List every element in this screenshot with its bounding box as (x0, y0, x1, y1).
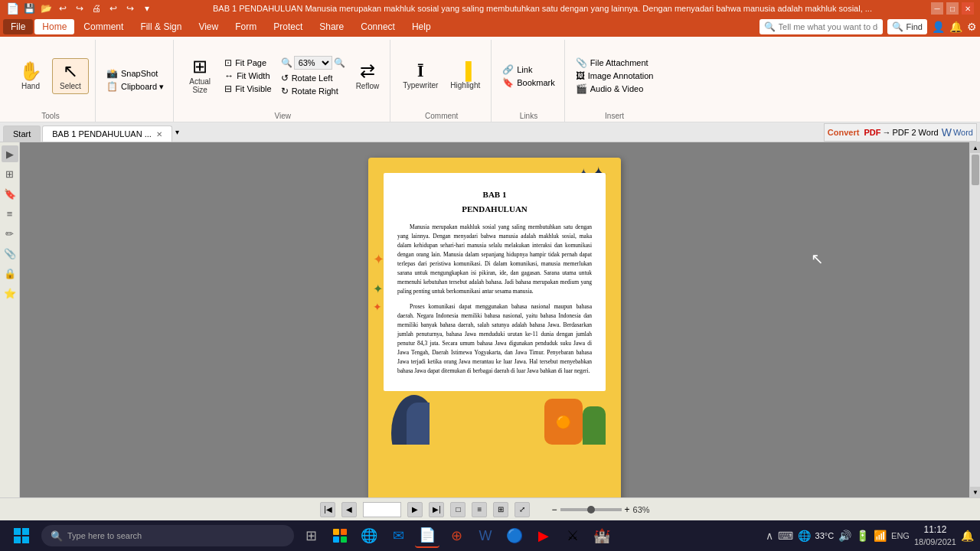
menu-fill-sign[interactable]: Fill & Sign (132, 19, 189, 34)
menu-form[interactable]: Form (227, 19, 264, 34)
find-box[interactable]: 🔍 Find (887, 19, 927, 34)
network-icon[interactable]: 🌐 (798, 530, 811, 542)
reflow-button[interactable]: ⇄ Reflow (351, 59, 384, 93)
fullscreen-button[interactable]: ⤢ (514, 502, 530, 517)
attach-panel-button[interactable]: 📎 (2, 245, 18, 262)
rotate-right-button[interactable]: ↻ Rotate Right (278, 85, 348, 97)
zoom-dropdown[interactable]: 63% 50% 75% 100% 125% 150% (294, 56, 332, 70)
tab-close-button[interactable]: ✕ (156, 130, 162, 139)
fit-page-button[interactable]: ⊡ Fit Page (221, 57, 274, 69)
fit-width-button[interactable]: ↔ Fit Width (221, 70, 274, 82)
notification-bell-icon[interactable]: 🔔 (961, 530, 974, 542)
menu-view[interactable]: View (191, 19, 226, 34)
first-page-button[interactable]: |◀ (320, 502, 335, 517)
close-button[interactable]: ✕ (962, 2, 974, 15)
stamp-button[interactable]: ⭐ (2, 285, 18, 302)
qa-save[interactable]: 💾 (22, 2, 36, 15)
snapshot-button[interactable]: 📸 SnapShot (103, 67, 167, 80)
wifi-icon[interactable]: 📶 (874, 530, 887, 542)
menu-protect[interactable]: Protect (266, 19, 310, 34)
fit-visible-button[interactable]: ⊟ Fit Visible (221, 83, 274, 95)
qa-more[interactable]: ▾ (140, 2, 154, 15)
layers-button[interactable]: ≡ (2, 205, 18, 222)
qa-undo[interactable]: ↩ (56, 2, 70, 15)
qa-redo2[interactable]: ↪ (123, 2, 137, 15)
minimize-button[interactable]: ─ (931, 2, 943, 15)
audio-video-button[interactable]: 🎬 Audio & Video (573, 83, 657, 95)
zoom-increase-button[interactable]: + (625, 504, 630, 515)
two-page-button[interactable]: ⊞ (493, 502, 508, 517)
annotation-panel-button[interactable]: ✏ (2, 225, 18, 242)
taskbar-castle-icon[interactable]: 🏰 (590, 523, 614, 548)
taskbar-youtube-icon[interactable]: ▶ (531, 523, 556, 548)
language-icon[interactable]: ENG (891, 531, 910, 540)
tab-bab1[interactable]: BAB 1 PENDAHULUAN ... ✕ (42, 126, 172, 142)
right-scrollbar[interactable]: ▲ ▼ (969, 142, 980, 497)
scroll-down-button[interactable]: ▼ (970, 487, 980, 497)
taskbar-search-box[interactable]: 🔍 Type here to search (41, 525, 294, 546)
tell-me-input[interactable] (779, 22, 878, 31)
expand-panel-button[interactable]: ▶ (2, 145, 18, 162)
zoom-minus-icon: 🔍 (281, 57, 292, 68)
file-attachment-button[interactable]: 📎 File Attachment (573, 57, 657, 69)
thumbnail-button[interactable]: ⊞ (2, 165, 18, 182)
page-number-input[interactable]: 1 / 3 (363, 502, 401, 517)
notification-icon[interactable]: 🔔 (949, 21, 962, 33)
next-page-button[interactable]: ▶ (407, 502, 423, 517)
taskbar-explorer-icon[interactable] (328, 523, 352, 548)
taskbar-word-icon[interactable]: W (473, 523, 498, 548)
taskbar-chrome-icon[interactable]: 🔵 (502, 523, 527, 548)
tell-me-box[interactable]: 🔍 (760, 19, 883, 34)
battery-icon[interactable]: 🔋 (856, 530, 869, 542)
qa-undo2[interactable]: ↩ (106, 2, 120, 15)
select-tool-button[interactable]: ↖ Select (52, 58, 89, 94)
start-button[interactable] (6, 520, 37, 551)
bookmark-button[interactable]: 🔖 Bookmark (499, 77, 558, 89)
bookmark-panel-button[interactable]: 🔖 (2, 185, 18, 202)
qa-open[interactable]: 📂 (39, 2, 53, 15)
taskview-button[interactable]: ⊞ (299, 523, 323, 548)
clipboard-button[interactable]: 📋 Clipboard ▾ (103, 80, 167, 93)
scroll-up-button[interactable]: ▲ (970, 142, 980, 153)
zoom-selector[interactable]: 🔍 63% 50% 75% 100% 125% 150% 🔍 (278, 54, 348, 71)
lock-button[interactable]: 🔒 (2, 265, 18, 282)
scroll-thumb[interactable] (972, 155, 979, 185)
user-icon[interactable]: 👤 (932, 21, 945, 33)
taskbar-foxit-icon[interactable]: 📄 (415, 523, 439, 548)
zoom-slider[interactable] (560, 508, 622, 511)
menu-connect[interactable]: Connect (353, 19, 403, 34)
qa-redo[interactable]: ↪ (73, 2, 87, 15)
chevron-up-icon[interactable]: ∧ (766, 530, 773, 542)
prev-page-button[interactable]: ◀ (341, 502, 357, 517)
actual-size-button[interactable]: ⊞ ActualSize (181, 54, 218, 97)
keyboard-icon[interactable]: ⌨ (778, 530, 793, 542)
qa-print[interactable]: 🖨 (90, 2, 103, 15)
taskbar-clash-icon[interactable]: ⚔ (560, 523, 585, 548)
tab-start[interactable]: Start (3, 126, 41, 142)
last-page-button[interactable]: ▶| (429, 502, 444, 517)
menu-file[interactable]: File (3, 19, 33, 34)
rotate-left-button[interactable]: ↺ Rotate Left (278, 72, 348, 84)
volume-icon[interactable]: 🔊 (838, 530, 851, 542)
highlight-button[interactable]: ▐ Highlight (446, 60, 485, 93)
clock[interactable]: 11:12 18/09/2021 (914, 524, 956, 547)
tab-dropdown-button[interactable]: ▾ (175, 128, 179, 136)
pdf2word-label[interactable]: PDF 2 Word (892, 128, 938, 137)
taskbar-edge-icon[interactable]: 🌐 (357, 523, 381, 548)
menu-share[interactable]: Share (312, 19, 351, 34)
single-page-button[interactable]: □ (450, 502, 466, 517)
hand-tool-button[interactable]: ✋ Hand (12, 59, 49, 93)
image-annotation-button[interactable]: 🖼 Image Annotation (573, 70, 657, 82)
zoom-decrease-button[interactable]: − (551, 504, 557, 515)
word-label[interactable]: Word (953, 128, 973, 137)
menu-comment[interactable]: Comment (76, 19, 131, 34)
link-button[interactable]: 🔗 Link (499, 64, 558, 76)
menu-help[interactable]: Help (404, 19, 439, 34)
typewriter-button[interactable]: Ī Typewriter (398, 60, 443, 93)
settings-icon[interactable]: ⚙ (967, 21, 977, 33)
menu-home[interactable]: Home (34, 19, 74, 34)
restore-button[interactable]: □ (946, 2, 959, 15)
taskbar-mail-icon[interactable]: ✉ (386, 523, 410, 548)
continuous-page-button[interactable]: ≡ (472, 502, 487, 517)
taskbar-office-icon[interactable]: ⊕ (444, 523, 469, 548)
